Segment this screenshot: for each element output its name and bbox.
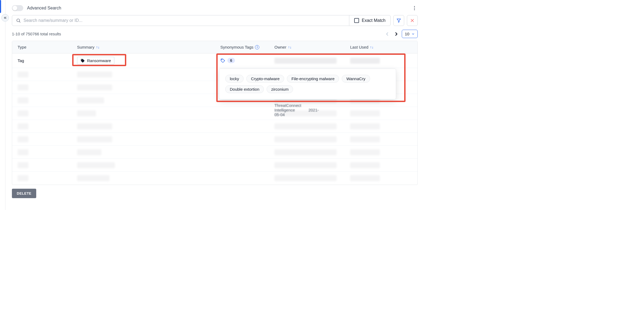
close-icon: [410, 18, 414, 23]
page-size-value: 10: [405, 32, 409, 36]
cell-last-used: [350, 58, 412, 64]
svg-line-4: [19, 21, 20, 22]
cell-owner: [274, 58, 350, 64]
overflow-menu-button[interactable]: [411, 5, 418, 11]
summary-pill[interactable]: Ransomware: [77, 57, 114, 65]
col-header-summary[interactable]: Summary ↑↓: [77, 45, 220, 49]
chevron-right-icon: [394, 31, 399, 37]
exact-match-label: Exact Match: [362, 18, 386, 23]
table-row[interactable]: [12, 107, 417, 120]
cell-type: Tag: [18, 58, 77, 63]
prev-page-button[interactable]: [383, 30, 391, 38]
cell-summary: Ransomware: [77, 57, 220, 65]
sort-icon: ↑↓: [96, 45, 99, 49]
col-header-last-used[interactable]: Last Used ↑↓: [350, 45, 412, 49]
next-page-button[interactable]: [393, 30, 400, 38]
synonym-chip[interactable]: File-encrypting malware: [287, 75, 339, 83]
col-header-type[interactable]: Type: [18, 45, 77, 49]
synonyms-popover: locky Crypto-malware File-encrypting mal…: [219, 69, 396, 99]
svg-point-8: [222, 59, 222, 60]
synonym-chip[interactable]: Crypto-malware: [246, 75, 284, 83]
summary-text: Ransomware: [87, 58, 111, 63]
clear-button[interactable]: [407, 15, 418, 26]
table-body: Tag Ransomware 6: [12, 53, 417, 185]
obscured-row-owner: ThreatConnect Intelligence 2021-05-04: [274, 103, 319, 117]
kebab-icon: [414, 6, 415, 10]
cell-syn-tags: 6 locky Crypto-malware File-encrypting m…: [220, 58, 274, 64]
svg-point-0: [414, 6, 415, 7]
sort-icon: ↑↓: [370, 45, 374, 49]
top-bar: Advanced Search: [12, 5, 418, 11]
synonym-chip[interactable]: zirconium: [267, 85, 293, 93]
search-row: Exact Match: [12, 15, 418, 26]
collapse-sidebar-button[interactable]: [1, 14, 9, 22]
syn-count-badge: 6: [227, 58, 235, 63]
page-root: Advanced Search Exact Match: [0, 0, 420, 210]
info-icon[interactable]: i: [255, 45, 259, 49]
advanced-search-toggle[interactable]: [12, 5, 23, 11]
chevron-down-icon: [411, 32, 415, 36]
table-row[interactable]: [12, 133, 417, 146]
col-header-owner[interactable]: Owner ↑↓: [274, 45, 350, 49]
svg-point-2: [414, 9, 415, 10]
exact-match-checkbox[interactable]: [354, 18, 359, 23]
table-row[interactable]: [12, 120, 417, 133]
pager: 10: [383, 30, 418, 38]
advanced-search-label: Advanced Search: [27, 6, 61, 11]
col-header-syn-tags[interactable]: Synonymous Tags i: [220, 45, 274, 49]
chevron-double-left-icon: [3, 16, 7, 20]
syn-tag-count[interactable]: 6: [220, 58, 235, 63]
synonym-chip[interactable]: locky: [225, 75, 244, 83]
chevron-left-icon: [384, 31, 390, 37]
filter-button[interactable]: [393, 15, 404, 26]
exact-match-toggle[interactable]: Exact Match: [349, 15, 390, 26]
advanced-search-toggle-group: Advanced Search: [12, 5, 61, 11]
results-bar: 1-10 of 750766 total results 10: [12, 30, 418, 38]
toggle-knob: [12, 6, 17, 11]
tag-outline-icon: [220, 58, 225, 63]
table-header: Type Summary ↑↓ Synonymous Tags i Owner …: [12, 41, 417, 53]
active-indicator: [0, 0, 1, 13]
results-count: 1-10 of 750766 total results: [12, 32, 61, 36]
page-size-select[interactable]: 10: [402, 30, 418, 38]
results-table: Type Summary ↑↓ Synonymous Tags i Owner …: [12, 41, 418, 185]
table-row[interactable]: [12, 159, 417, 172]
search-input[interactable]: [24, 18, 345, 23]
sort-icon: ↑↓: [288, 45, 291, 49]
search-box: [12, 15, 349, 26]
svg-point-1: [414, 8, 415, 8]
table-row[interactable]: [12, 146, 417, 159]
tag-icon: [81, 59, 85, 63]
svg-marker-5: [397, 19, 401, 22]
table-row[interactable]: Tag Ransomware 6: [12, 53, 417, 68]
search-icon: [16, 18, 21, 23]
left-rail: [0, 0, 5, 210]
synonym-chip[interactable]: Double extortion: [225, 85, 264, 93]
synonym-chip[interactable]: WannaCry: [342, 75, 370, 83]
search-combo: Exact Match: [12, 15, 391, 26]
table-row[interactable]: [12, 172, 417, 185]
main-panel: Advanced Search Exact Match: [5, 0, 420, 210]
delete-button[interactable]: DELETE: [12, 189, 36, 198]
filter-icon: [396, 18, 401, 23]
